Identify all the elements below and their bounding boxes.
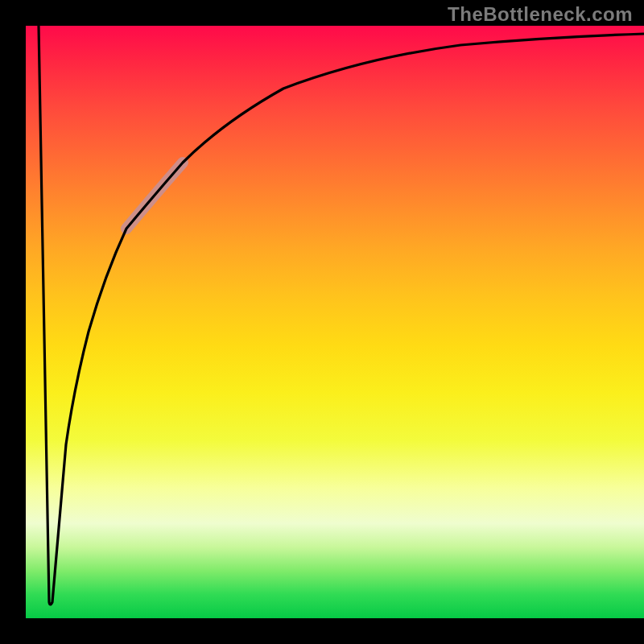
plot-area [26,26,644,618]
curve-svg [26,26,644,618]
chart-frame: TheBottleneck.com [0,0,644,644]
highlight-segment [126,163,183,229]
bottleneck-curve [39,26,644,605]
watermark-text: TheBottleneck.com [448,3,633,26]
